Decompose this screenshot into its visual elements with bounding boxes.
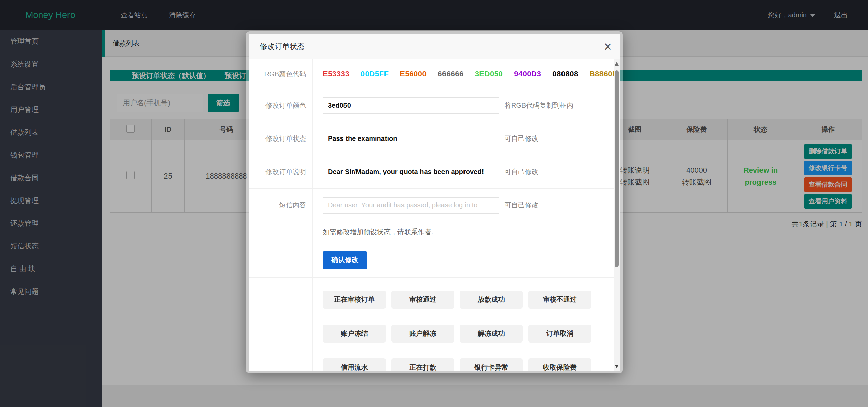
preset-status-button[interactable]: 审核不通过 <box>528 291 591 309</box>
preset-status-button[interactable]: 银行卡异常 <box>460 358 523 371</box>
modal-dialog: 修改订单状态 × RGB颜色代码 E5333300D5FFE5600066666… <box>246 31 623 373</box>
preset-status-button[interactable]: 账户冻结 <box>323 325 386 343</box>
scroll-down-icon[interactable] <box>615 365 619 368</box>
preset-status-button[interactable]: 信用流水 <box>323 358 386 371</box>
sms-content-input[interactable] <box>323 197 499 214</box>
order-desc-row: 修改订单说明 可自己修改 <box>249 155 620 189</box>
order-color-row: 修改订单颜色 将RGB代码复制到框内 <box>249 89 620 122</box>
order-desc-label: 修改订单说明 <box>249 155 313 188</box>
app-window: Money Hero 查看站点清除缓存 您好，admin 退出 管理首页系统设置… <box>0 0 868 407</box>
order-color-label: 修改订单颜色 <box>249 89 313 122</box>
confirm-modify-button[interactable]: 确认修改 <box>323 251 367 269</box>
preset-section: 正在审核订单审核通过放款成功审核不通过账户冻结账户解冻解冻成功订单取消信用流水正… <box>249 278 620 371</box>
scrollbar-thumb[interactable] <box>615 70 619 267</box>
sms-content-row: 短信内容 可自己修改 <box>249 189 620 222</box>
order-color-input[interactable] <box>323 97 499 114</box>
preset-status-button[interactable]: 审核通过 <box>391 291 454 309</box>
close-icon[interactable]: × <box>604 38 612 55</box>
preset-buttons: 正在审核订单审核通过放款成功审核不通过账户冻结账户解冻解冻成功订单取消信用流水正… <box>313 278 620 371</box>
rgb-code-label: RGB颜色代码 <box>249 59 313 89</box>
sms-content-label: 短信内容 <box>249 189 313 222</box>
confirm-row: 确认修改 <box>249 242 620 278</box>
order-color-hint: 将RGB代码复制到框内 <box>505 101 573 110</box>
modal-title-bar: 修改订单状态 × <box>249 34 620 59</box>
modal-scrollbar[interactable] <box>614 59 620 371</box>
order-status-label: 修改订单状态 <box>249 122 313 155</box>
modify-order-status-modal: 修改订单状态 × RGB颜色代码 E5333300D5FFE5600066666… <box>249 34 620 371</box>
rgb-color-code: 3ED050 <box>475 70 503 78</box>
modal-body: RGB颜色代码 E5333300D5FFE560006666663ED05094… <box>249 59 620 371</box>
note-row: 如需修改增加预设状态，请联系作者. <box>249 222 620 242</box>
preset-status-button[interactable]: 正在审核订单 <box>323 291 386 309</box>
preset-status-button[interactable]: 收取保险费 <box>528 358 591 371</box>
order-status-hint: 可自己修改 <box>505 134 538 143</box>
contact-author-note: 如需修改增加预设状态，请联系作者. <box>323 227 433 237</box>
rgb-color-code: E53333 <box>323 70 350 78</box>
rgb-color-code: 080808 <box>552 70 578 78</box>
rgb-codes: E5333300D5FFE560006666663ED0509400D30808… <box>313 59 620 89</box>
modal-title: 修改订单状态 <box>260 34 304 59</box>
order-status-input[interactable] <box>323 131 499 147</box>
rgb-color-code: 666666 <box>438 70 463 78</box>
scroll-up-icon[interactable] <box>615 62 619 66</box>
order-desc-input[interactable] <box>323 164 499 180</box>
preset-status-button[interactable]: 解冻成功 <box>460 325 523 343</box>
preset-status-button[interactable]: 放款成功 <box>460 291 523 309</box>
rgb-color-code: 9400D3 <box>514 70 541 78</box>
rgb-color-code: 00D5FF <box>361 70 389 78</box>
sms-content-hint: 可自己修改 <box>505 201 538 210</box>
order-status-row: 修改订单状态 可自己修改 <box>249 122 620 155</box>
preset-status-button[interactable]: 订单取消 <box>528 325 591 343</box>
rgb-code-row: RGB颜色代码 E5333300D5FFE560006666663ED05094… <box>249 59 620 89</box>
rgb-color-code: E56000 <box>400 70 427 78</box>
preset-status-button[interactable]: 账户解冻 <box>391 325 454 343</box>
preset-status-button[interactable]: 正在打款 <box>391 358 454 371</box>
order-desc-hint: 可自己修改 <box>505 167 538 177</box>
